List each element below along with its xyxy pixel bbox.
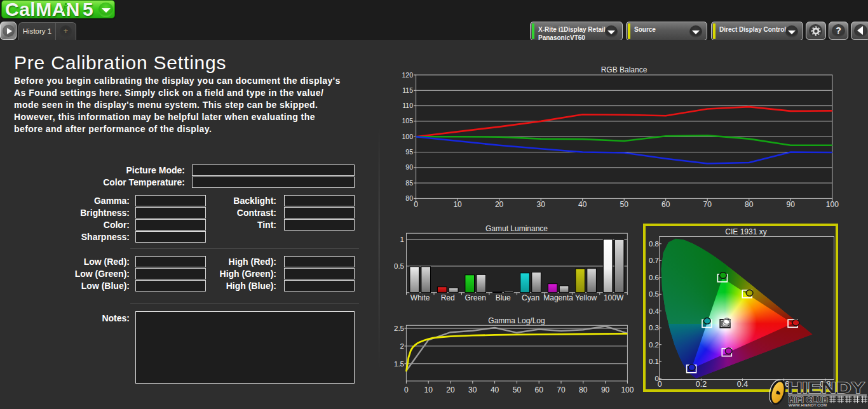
svg-text:HIENDY: HIENDY: [787, 380, 865, 396]
svg-text:40: 40: [491, 386, 499, 394]
svg-text:Gamma Log/Log: Gamma Log/Log: [488, 316, 545, 325]
svg-text:70: 70: [557, 386, 566, 394]
svg-text:Yellow: Yellow: [575, 293, 597, 302]
svg-text:0.5: 0.5: [394, 262, 404, 270]
svg-text:0.6: 0.6: [649, 274, 659, 281]
svg-text:20: 20: [495, 200, 504, 209]
svg-text:2.5: 2.5: [394, 325, 404, 332]
svg-text:1.5: 1.5: [394, 360, 404, 368]
svg-text:95: 95: [405, 148, 413, 156]
svg-text:Magenta: Magenta: [543, 293, 573, 302]
svg-text:2: 2: [400, 342, 404, 350]
svg-text:40: 40: [578, 200, 587, 209]
svg-text:80: 80: [579, 386, 588, 394]
svg-text:0.3: 0.3: [649, 324, 659, 332]
svg-text:White: White: [410, 293, 430, 302]
svg-text:0: 0: [404, 386, 409, 394]
svg-text:60: 60: [535, 386, 544, 394]
svg-text:0.4: 0.4: [649, 307, 660, 315]
svg-text:90: 90: [405, 163, 413, 171]
svg-text:CIE 1931 xy: CIE 1931 xy: [725, 227, 766, 236]
svg-text:100: 100: [402, 133, 413, 140]
svg-text:Cyan: Cyan: [522, 293, 539, 302]
svg-text:RGB Balance: RGB Balance: [601, 65, 648, 74]
svg-text:50: 50: [513, 386, 522, 394]
svg-text:Gamut Luminance: Gamut Luminance: [485, 224, 548, 233]
svg-text:100: 100: [826, 200, 839, 209]
svg-text:30: 30: [468, 386, 477, 394]
svg-text:70: 70: [703, 200, 712, 209]
svg-text:100: 100: [621, 386, 634, 394]
svg-text:0.8: 0.8: [649, 240, 659, 248]
svg-text:90: 90: [787, 200, 796, 209]
svg-text:0.7: 0.7: [649, 257, 659, 264]
svg-text:50: 50: [620, 200, 629, 209]
svg-text:100W: 100W: [604, 293, 624, 302]
svg-text:80: 80: [745, 200, 754, 209]
svg-text:10: 10: [453, 200, 462, 209]
svg-text:0.5: 0.5: [649, 290, 659, 298]
svg-text:0.1: 0.1: [649, 358, 659, 365]
svg-text:85: 85: [405, 179, 413, 187]
svg-text:Red: Red: [441, 293, 455, 302]
svg-text:115: 115: [402, 86, 413, 94]
svg-text:105: 105: [402, 117, 413, 124]
svg-text:80: 80: [405, 194, 413, 202]
svg-text:110: 110: [402, 102, 413, 109]
svg-text:10: 10: [424, 386, 433, 394]
svg-text:Green: Green: [465, 293, 486, 302]
svg-text:Blue: Blue: [496, 293, 511, 302]
svg-text:20: 20: [446, 386, 455, 394]
svg-text:120: 120: [402, 71, 413, 79]
svg-text:0: 0: [414, 200, 418, 209]
svg-text:0.2: 0.2: [649, 341, 659, 349]
svg-text:WWW.HIENDY.COM: WWW.HIENDY.COM: [789, 403, 827, 407]
svg-text:0.2: 0.2: [696, 380, 707, 389]
svg-text:30: 30: [537, 200, 546, 209]
svg-text:90: 90: [601, 386, 610, 394]
svg-text:0: 0: [658, 380, 662, 389]
svg-text:0.4: 0.4: [737, 380, 748, 389]
svg-text:1: 1: [400, 236, 404, 243]
svg-text:60: 60: [661, 200, 670, 209]
